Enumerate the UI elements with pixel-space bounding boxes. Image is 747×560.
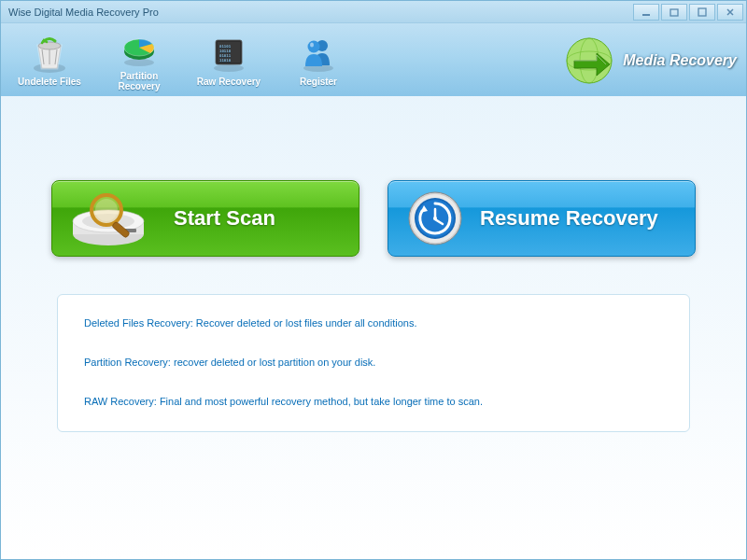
- info-partition-recovery: Partition Recovery: recover deleted or l…: [84, 357, 663, 368]
- info-deleted-files: Deleted Files Recovery: Recover deleted …: [84, 317, 663, 329]
- undelete-files-button[interactable]: Undelete Files: [14, 33, 85, 87]
- arrow-globe-icon: [561, 33, 617, 89]
- restore-icon: [669, 7, 679, 17]
- close-button[interactable]: [717, 4, 743, 21]
- resume-recovery-button[interactable]: Resume Recovery: [388, 180, 696, 257]
- svg-point-30: [95, 199, 118, 221]
- register-button[interactable]: Register: [283, 33, 354, 87]
- svg-point-19: [310, 42, 314, 47]
- info-raw-recovery: RAW Recovery: Final and most powerful re…: [84, 396, 663, 407]
- maximize-icon: [698, 7, 707, 17]
- trash-icon: [29, 33, 70, 74]
- svg-rect-2: [698, 8, 706, 16]
- brand-text: Media Recovery: [623, 52, 737, 69]
- toolbar-label: Raw Recovery: [197, 77, 261, 87]
- window-controls: [633, 4, 746, 21]
- toolbar: Undelete Files Partition Recovery: [1, 23, 746, 96]
- users-icon: [298, 33, 339, 74]
- start-scan-button[interactable]: Start Scan: [51, 180, 359, 257]
- pie-chart-icon: [119, 27, 160, 68]
- binary-chip-icon: 01101 10110 01011 11010: [208, 33, 249, 74]
- toolbar-label: Partition Recovery: [104, 71, 175, 91]
- close-icon: [726, 7, 735, 17]
- window-title: Wise Digital Media Recovery Pro: [8, 7, 159, 18]
- svg-point-36: [433, 217, 437, 220]
- svg-point-5: [124, 59, 154, 66]
- toolbar-label: Register: [300, 77, 337, 87]
- svg-point-18: [308, 40, 320, 52]
- maximize-button[interactable]: [689, 4, 715, 21]
- main-content: Start Scan Resume Recovery: [1, 96, 746, 432]
- disk-magnifier-icon: [69, 189, 159, 247]
- svg-rect-0: [642, 14, 650, 16]
- titlebar: Wise Digital Media Recovery Pro: [1, 1, 746, 23]
- toolbar-label: Undelete Files: [18, 77, 81, 87]
- minimize-icon: [641, 7, 651, 17]
- minimize-button[interactable]: [633, 4, 659, 21]
- raw-recovery-button[interactable]: 01101 10110 01011 11010 Raw Recovery: [193, 33, 264, 87]
- info-panel: Deleted Files Recovery: Recover deleted …: [57, 294, 690, 432]
- svg-rect-1: [670, 9, 678, 16]
- partition-recovery-button[interactable]: Partition Recovery: [104, 27, 175, 91]
- history-clock-icon: [405, 189, 465, 248]
- restore-button[interactable]: [661, 4, 687, 21]
- resume-recovery-label: Resume Recovery: [480, 206, 658, 231]
- start-scan-label: Start Scan: [174, 206, 275, 231]
- brand-logo: Media Recovery: [561, 33, 737, 89]
- svg-point-9: [214, 64, 244, 72]
- svg-text:11010: 11010: [219, 58, 232, 63]
- app-window: Wise Digital Media Recovery Pro: [0, 0, 747, 560]
- action-buttons-row: Start Scan Resume Recovery: [38, 180, 709, 257]
